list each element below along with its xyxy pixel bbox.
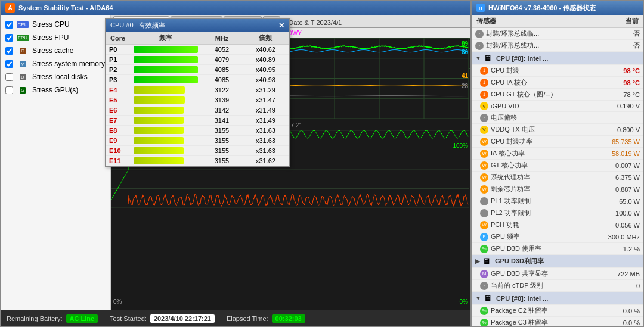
- sensor-type-icon: F: [480, 233, 488, 241]
- cpu-row: E4 3122 x31.29: [106, 85, 289, 95]
- col-freq: 频率: [130, 32, 202, 45]
- core-name: E9: [106, 136, 130, 146]
- sensor-row: · 封装/环形总线临... 否: [472, 28, 643, 40]
- popup-close-button[interactable]: ✕: [278, 21, 284, 30]
- sensor-row: W IA 核心功率 58.019 W: [472, 148, 643, 160]
- sensor-value: 98 °C: [604, 67, 640, 74]
- sidebar-item-stress-cache[interactable]: C Stress cache: [5, 46, 106, 55]
- stress-cpu-checkbox[interactable]: [5, 21, 13, 29]
- temp-value4: 28: [462, 83, 468, 89]
- freq-mhz: 4085: [202, 65, 242, 75]
- sensor-value: 1.2 %: [604, 245, 640, 253]
- core-name: E7: [106, 116, 130, 126]
- sensor-type-icon: %: [480, 319, 488, 327]
- battery-value: AC Line: [66, 314, 98, 323]
- hwinfo-panel: H HWiNFO64 v7.36-4960 - 传感器状态 传感器 当前 · 封…: [471, 0, 644, 327]
- elapsed-value: 00:32:03: [272, 314, 305, 323]
- sidebar-item-stress-gpu[interactable]: G Stress GPU(s): [5, 85, 106, 95]
- sensor-row: · PL1 功率限制 65.0 W: [472, 195, 643, 207]
- sidebar-item-stress-fpu[interactable]: FPU Stress FPU: [5, 33, 106, 42]
- cpu-row: E7 3141 x31.49: [106, 116, 289, 126]
- freq-bar: [134, 46, 198, 53]
- stress-disk-label: Stress local disks: [32, 73, 88, 81]
- sensor-name: VDDQ TX 电压: [491, 125, 602, 134]
- sensor-name: PL1 功率限制: [491, 197, 602, 205]
- sensor-row[interactable]: ▶ 🖥 GPU D3D利用率: [472, 255, 643, 268]
- fpu-icon: FPU: [17, 35, 29, 41]
- core-name: E6: [106, 105, 130, 116]
- section-arrow: ▶: [475, 258, 480, 264]
- freq-bar: [134, 96, 185, 104]
- sensor-value: 0.007 W: [604, 162, 640, 169]
- sensor-row: · PL2 功率限制 100.0 W: [472, 207, 643, 219]
- sensor-value: 0.0 %: [604, 307, 640, 314]
- sensor-row: W PCH 功耗 0.056 W: [472, 219, 643, 231]
- sensor-row: W CPU 封装功率 65.735 W: [472, 136, 643, 148]
- stress-mem-checkbox[interactable]: [5, 60, 13, 68]
- freq-bar-cell: [130, 45, 202, 55]
- stress-cache-checkbox[interactable]: [5, 47, 13, 55]
- freq-bar-cell: [130, 105, 202, 116]
- stress-disk-checkbox[interactable]: [5, 73, 13, 81]
- sidebar-item-stress-cpu[interactable]: CPU Stress CPU: [5, 20, 106, 29]
- stress-fpu-checkbox[interactable]: [5, 34, 13, 42]
- stress-cpu-label: Stress CPU: [32, 20, 70, 29]
- core-name: E11: [106, 156, 130, 166]
- sensor-name: 当前的 cTDP 级别: [491, 281, 602, 290]
- freq-bar-cell: [130, 126, 202, 136]
- cpu-row: P0 4052 x40.62: [106, 45, 289, 55]
- sensor-row: 🌡 CPU GT 核心（图/...) 78 °C: [472, 89, 643, 101]
- temp-value1: 89: [462, 41, 468, 47]
- sensor-value: 0.887 W: [604, 186, 640, 193]
- stress-mem-label: Stress system memory: [32, 60, 105, 68]
- sensor-type-icon: ·: [475, 30, 484, 38]
- sensor-row[interactable]: ▼ 🖥 CPU [#0]: Intel ...: [472, 52, 643, 65]
- sensor-row: % Package C2 驻留率 0.0 %: [472, 305, 643, 317]
- start-value: 2023/4/10 22:17:21: [150, 314, 215, 323]
- core-name: P1: [106, 55, 130, 65]
- sensor-row: 🌡 CPU 封装 98 °C: [472, 65, 643, 77]
- freq-bar: [134, 107, 184, 114]
- freq-bar-cell: [130, 65, 202, 75]
- sensor-name: 封装/环形总线临...: [486, 29, 602, 38]
- freq-mult: x40.98: [242, 75, 289, 85]
- temp-value2: 86: [462, 49, 468, 55]
- sensor-row: V iGPU VID 0.190 V: [472, 101, 643, 112]
- sensor-row[interactable]: ▼ 🖥 CPU [#0]: Intel ...: [472, 292, 643, 305]
- sensor-name: GPU D3D 共享显存: [491, 269, 602, 278]
- sensor-type-icon: ·: [480, 114, 488, 122]
- sensor-type-icon: %: [480, 245, 488, 253]
- freq-mhz: 3141: [202, 116, 242, 126]
- core-name: P2: [106, 65, 130, 75]
- freq-mhz: 4079: [202, 55, 242, 65]
- battery-status: Remaining Battery: AC Line: [7, 314, 98, 323]
- col-core: Core: [106, 32, 130, 45]
- section-chip-icon: 🖥: [482, 257, 490, 266]
- sensor-type-icon: ·: [475, 42, 484, 50]
- freq-mult: x31.63: [242, 126, 289, 136]
- freq-mhz: 3155: [202, 126, 242, 136]
- freq-bar-cell: [130, 136, 202, 146]
- sidebar-item-stress-memory[interactable]: M Stress system memory: [5, 59, 106, 68]
- freq-bar-cell: [130, 116, 202, 126]
- usage-pct-bot: 0%: [113, 298, 122, 305]
- sensor-type-icon: W: [480, 185, 488, 194]
- sensor-value: 65.735 W: [604, 138, 640, 145]
- freq-bar-cell: [130, 85, 202, 95]
- sensor-name: 封装/环形总线功...: [486, 41, 602, 50]
- sensor-name: GPU D3D 使用率: [491, 244, 602, 253]
- sensor-value: 否: [604, 29, 640, 38]
- sensor-row: % Package C3 驻留率 0.0 %: [472, 317, 643, 326]
- disk-icon: D: [20, 74, 26, 80]
- cache-icon: C: [20, 48, 26, 54]
- freq-mhz: 3155: [202, 146, 242, 156]
- elapsed-label: Elapsed Time:: [227, 315, 268, 322]
- sidebar-item-stress-disks[interactable]: D Stress local disks: [5, 72, 106, 82]
- sensor-name: PCH 功耗: [491, 220, 602, 229]
- stress-gpu-checkbox[interactable]: [5, 86, 13, 94]
- sensor-name: CPU 封装功率: [491, 137, 602, 146]
- sensor-name: Package C3 驻留率: [491, 318, 602, 326]
- sensor-row: V VDDQ TX 电压 0.800 V: [472, 124, 643, 136]
- hwinfo-header: 传感器 当前: [472, 15, 643, 28]
- aida-title: System Stability Test - AIDA64: [18, 4, 113, 11]
